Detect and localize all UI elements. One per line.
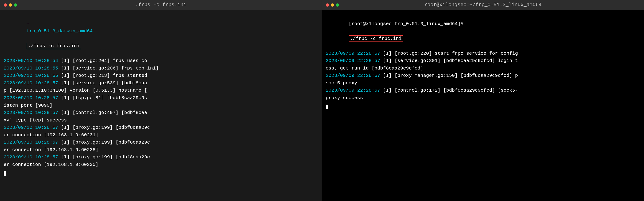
prompt-space-right bbox=[349, 29, 352, 34]
log-line-7-left: isten port [9090] bbox=[4, 102, 318, 109]
log-line-10-left: 2023/09/10 10:28:57 [I] [proxy.go:199] [… bbox=[4, 124, 318, 131]
prompt-line-left: → frp_0.51.3_darwin_amd64 ./frps -c frps… bbox=[4, 13, 318, 57]
log-line-1-left: 2023/09/10 10:28:54 [I] [root.go:204] fr… bbox=[4, 57, 318, 65]
log-line-4-right: 2023/09/09 22:28:57 [I] [proxy_manager.g… bbox=[326, 72, 640, 80]
highlighted-command-right: ./frpc -c frpc.ini bbox=[349, 35, 403, 42]
log-line-4-left: 2023/09/10 10:28:57 [I] [service.go:539]… bbox=[4, 80, 318, 87]
log-line-9-left: xy] type [tcp] success bbox=[4, 117, 318, 124]
terminal-cursor-right bbox=[326, 105, 328, 109]
log-line-6-right: 2023/09/09 22:28:57 [I] [control.go:172]… bbox=[326, 87, 640, 94]
terminal-body-left: → frp_0.51.3_darwin_amd64 ./frps -c frps… bbox=[0, 10, 322, 201]
minimize-button-right[interactable] bbox=[331, 4, 334, 7]
log-line-5-left: p [192.168.1.10:34180] version [0.51.3] … bbox=[4, 87, 318, 94]
log-line-2-left: 2023/09/10 10:28:55 [I] [service.go:206]… bbox=[4, 65, 318, 72]
traffic-lights-right bbox=[326, 4, 339, 7]
prompt-text-right: [root@x1longsec frp_0.51.3_linux_amd64]# bbox=[349, 21, 464, 27]
log-line-15-left: er connection [192.168.1.9:60235] bbox=[4, 161, 318, 169]
close-button-left[interactable] bbox=[4, 4, 7, 7]
log-line-12-left: 2023/09/10 10:28:57 [I] [proxy.go:199] [… bbox=[4, 139, 318, 146]
titlebar-title-left: .frps -c frps.ini bbox=[135, 2, 186, 8]
log-line-14-left: 2023/09/10 10:28:57 [I] [proxy.go:199] [… bbox=[4, 154, 318, 161]
terminal-right: root@x1longsec:~/frp_0.51.3_linux_amd64 … bbox=[322, 0, 644, 201]
tab-label-left: frp_0.51.3_darwin_amd64 bbox=[27, 29, 93, 34]
prompt-arrow-left: → bbox=[27, 21, 32, 27]
log-line-2-right: 2023/09/09 22:28:57 [I] [service.go:301]… bbox=[326, 57, 640, 65]
log-line-3-right: ess, get run id [bdbf8caa29c9cfcd] bbox=[326, 65, 640, 72]
log-line-11-left: er connection [192.168.1.9:60231] bbox=[4, 131, 318, 139]
terminals-container: .frps -c frps.ini → frp_0.51.3_darwin_am… bbox=[0, 0, 644, 201]
terminal-left: .frps -c frps.ini → frp_0.51.3_darwin_am… bbox=[0, 0, 322, 201]
prompt-space bbox=[27, 36, 30, 41]
terminal-body-right: [root@x1longsec frp_0.51.3_linux_amd64]#… bbox=[322, 10, 644, 201]
log-line-6-left: 2023/09/10 10:28:57 [I] [tcp.go:81] [bdb… bbox=[4, 94, 318, 102]
traffic-lights-left bbox=[4, 4, 17, 7]
maximize-button-right[interactable] bbox=[336, 4, 339, 7]
log-line-13-left: er connection [192.168.1.9:60238] bbox=[4, 146, 318, 154]
close-button-right[interactable] bbox=[326, 4, 329, 7]
cursor-line-right bbox=[326, 102, 640, 109]
titlebar-left: .frps -c frps.ini bbox=[0, 0, 322, 10]
titlebar-title-right: root@x1longsec:~/frp_0.51.3_linux_amd64 bbox=[424, 2, 542, 8]
cursor-line-left bbox=[4, 168, 318, 176]
minimize-button-left[interactable] bbox=[9, 4, 12, 7]
log-line-1-right: 2023/09/09 22:28:57 [I] [root.go:220] st… bbox=[326, 50, 640, 57]
highlighted-command-left: ./frps -c frps.ini bbox=[27, 43, 81, 49]
prompt-line-right: [root@x1longsec frp_0.51.3_linux_amd64]#… bbox=[326, 13, 640, 50]
terminal-cursor-left bbox=[4, 171, 6, 176]
titlebar-right: root@x1longsec:~/frp_0.51.3_linux_amd64 bbox=[322, 0, 644, 10]
log-line-5-right: sock5-proxy] bbox=[326, 80, 640, 87]
log-line-3-left: 2023/09/10 10:28:55 [I] [root.go:213] fr… bbox=[4, 72, 318, 80]
maximize-button-left[interactable] bbox=[14, 4, 17, 7]
log-line-7-right: proxy success bbox=[326, 94, 640, 102]
log-line-8-left: 2023/09/10 10:28:57 [I] [control.go:497]… bbox=[4, 109, 318, 117]
